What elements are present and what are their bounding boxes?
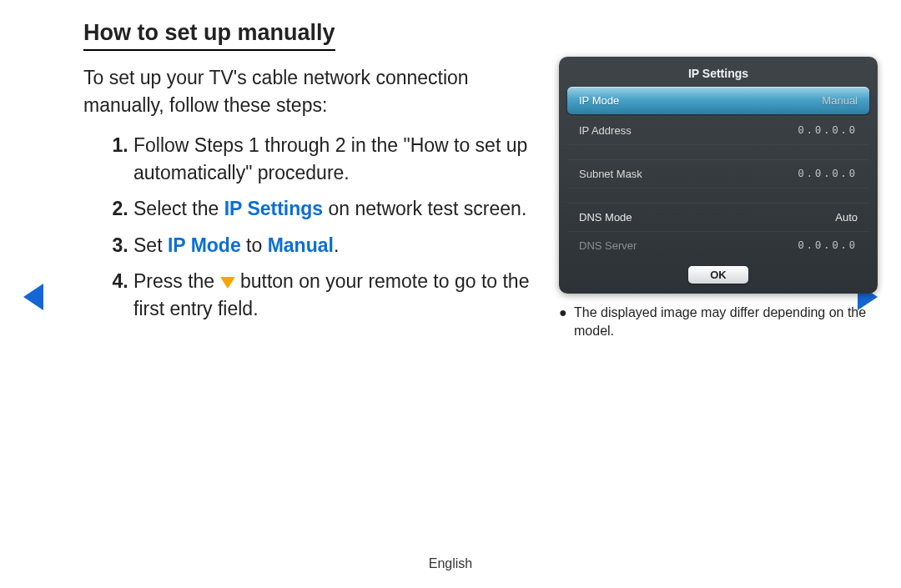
- dns-mode-label: DNS Mode: [579, 211, 632, 224]
- step-2: Select the IP Settings on network test s…: [133, 195, 551, 223]
- ip-address-label: IP Address: [579, 124, 632, 137]
- step-1: Follow Steps 1 through 2 in the "How to …: [133, 132, 551, 188]
- step-2-text-a: Select the: [133, 198, 224, 219]
- down-arrow-icon: [220, 277, 235, 289]
- step-3: Set IP Mode to Manual.: [133, 232, 551, 259]
- step-3-text-c: to: [241, 234, 268, 256]
- dns-mode-value: Auto: [835, 211, 858, 224]
- step-3-text-e: .: [334, 234, 339, 256]
- row-dns-mode[interactable]: DNS Mode Auto: [567, 203, 869, 231]
- ip-settings-panel: IP Settings IP Mode Manual IP Address 0.…: [559, 57, 878, 294]
- ip-mode-value: Manual: [822, 94, 858, 107]
- disclaimer-text: The displayed image may differ depending…: [574, 305, 866, 338]
- step-2-highlight: IP Settings: [224, 198, 323, 219]
- step-2-text-c: on network test screen.: [323, 198, 526, 219]
- intro-text: To set up your TV's cable network connec…: [83, 64, 542, 120]
- page-heading: How to set up manually: [83, 20, 335, 51]
- row-ip-address[interactable]: IP Address 0.0.0.0: [567, 116, 869, 144]
- row-dns-server: DNS Server 0.0.0.0: [567, 231, 869, 259]
- ip-mode-label: IP Mode: [579, 94, 619, 107]
- steps-list: Follow Steps 1 through 2 in the "How to …: [83, 132, 551, 324]
- row-subnet-mask[interactable]: Subnet Mask 0.0.0.0: [567, 159, 869, 188]
- disclaimer-note: ●The displayed image may differ dependin…: [559, 304, 878, 339]
- bullet-icon: ●: [559, 304, 574, 322]
- row-spacer-2: [567, 188, 869, 203]
- step-4: Press the button on your remote to go to…: [133, 268, 551, 324]
- row-spacer: [567, 144, 869, 159]
- ip-address-value: 0.0.0.0: [798, 125, 858, 137]
- tv-screenshot: IP Settings IP Mode Manual IP Address 0.…: [559, 57, 878, 339]
- row-ip-mode[interactable]: IP Mode Manual: [567, 87, 869, 114]
- subnet-mask-label: Subnet Mask: [579, 168, 642, 180]
- dns-server-value: 0.0.0.0: [798, 240, 858, 252]
- step-3-highlight-1: IP Mode: [168, 234, 241, 256]
- step-3-highlight-2: Manual: [268, 234, 334, 256]
- dns-server-label: DNS Server: [579, 239, 637, 252]
- ok-button[interactable]: OK: [688, 266, 748, 284]
- subnet-mask-value: 0.0.0.0: [798, 168, 858, 180]
- step-4-text-a: Press the: [133, 270, 220, 292]
- step-3-text-a: Set: [133, 234, 168, 256]
- footer-language: English: [0, 556, 901, 571]
- prev-page-arrow[interactable]: [23, 284, 43, 310]
- panel-title: IP Settings: [567, 63, 869, 87]
